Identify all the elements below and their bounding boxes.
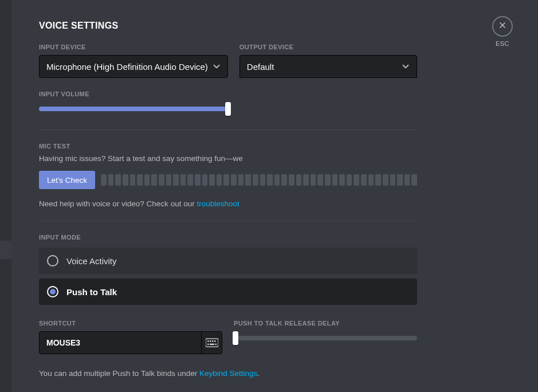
mic-test-button[interactable]: Let's Check bbox=[39, 171, 95, 189]
radio-icon bbox=[47, 255, 58, 266]
svg-rect-0 bbox=[206, 339, 218, 347]
keybind-settings-link[interactable]: Keybind Settings bbox=[199, 369, 257, 378]
shortcut-input[interactable]: MOUSE3 bbox=[39, 331, 222, 354]
troubleshoot-prefix: Need help with voice or video? Check out… bbox=[39, 199, 197, 208]
troubleshoot-link[interactable]: troubleshoot bbox=[197, 199, 239, 208]
svg-rect-6 bbox=[210, 344, 214, 345]
footnote-prefix: You can add multiple Push to Talk binds … bbox=[39, 369, 199, 378]
mic-test-label: MIC TEST bbox=[39, 143, 417, 150]
release-delay-slider[interactable] bbox=[234, 331, 417, 345]
svg-rect-1 bbox=[207, 340, 209, 342]
divider bbox=[39, 221, 417, 221]
svg-rect-5 bbox=[207, 344, 209, 345]
mic-test-hint: Having mic issues? Start a test and say … bbox=[39, 154, 417, 163]
slider-thumb[interactable] bbox=[225, 102, 231, 116]
chevron-down-icon bbox=[211, 61, 222, 72]
radio-label: Voice Activity bbox=[66, 256, 117, 266]
svg-rect-2 bbox=[210, 340, 211, 342]
input-device-value: Microphone (High Definition Audio Device… bbox=[46, 62, 208, 72]
keybind-footnote: You can add multiple Push to Talk binds … bbox=[39, 369, 417, 378]
radio-push-to-talk[interactable]: Push to Talk bbox=[39, 279, 417, 305]
svg-rect-3 bbox=[212, 340, 213, 342]
keyboard-icon[interactable] bbox=[201, 331, 222, 354]
sidebar-active-item[interactable] bbox=[0, 241, 11, 259]
input-device-select[interactable]: Microphone (High Definition Audio Device… bbox=[39, 55, 228, 78]
radio-voice-activity[interactable]: Voice Activity bbox=[39, 248, 417, 274]
svg-rect-7 bbox=[215, 344, 216, 345]
slider-track bbox=[234, 336, 417, 340]
close-icon bbox=[498, 21, 507, 32]
input-device-label: INPUT DEVICE bbox=[39, 44, 228, 50]
chevron-down-icon bbox=[400, 61, 411, 72]
mic-test-meter bbox=[101, 174, 417, 186]
input-volume-label: INPUT VOLUME bbox=[39, 91, 228, 97]
radio-label: Push to Talk bbox=[66, 287, 117, 297]
page-title: VOICE SETTINGS bbox=[39, 21, 417, 31]
slider-thumb[interactable] bbox=[233, 331, 238, 345]
release-delay-label: PUSH TO TALK RELEASE DELAY bbox=[234, 320, 417, 327]
sidebar bbox=[0, 0, 11, 392]
shortcut-value: MOUSE3 bbox=[40, 338, 201, 347]
radio-dot-icon bbox=[50, 289, 56, 295]
divider bbox=[39, 130, 417, 130]
settings-panel: ESC VOICE SETTINGS INPUT DEVICE Micropho… bbox=[11, 0, 538, 392]
input-volume-slider[interactable] bbox=[39, 102, 228, 116]
slider-fill bbox=[39, 107, 228, 111]
footnote-suffix: . bbox=[257, 369, 260, 378]
shortcut-label: SHORTCUT bbox=[39, 320, 222, 327]
close-area: ESC bbox=[492, 16, 513, 47]
output-device-value: Default bbox=[247, 62, 274, 72]
svg-rect-4 bbox=[214, 340, 215, 342]
troubleshoot-hint: Need help with voice or video? Check out… bbox=[39, 199, 417, 208]
close-label: ESC bbox=[492, 40, 513, 47]
radio-icon bbox=[47, 286, 58, 297]
close-button[interactable] bbox=[492, 16, 513, 37]
output-device-label: OUTPUT DEVICE bbox=[239, 44, 417, 50]
input-mode-label: INPUT MODE bbox=[39, 234, 417, 241]
output-device-select[interactable]: Default DefaultHeadphones (High Definiti… bbox=[239, 55, 417, 78]
